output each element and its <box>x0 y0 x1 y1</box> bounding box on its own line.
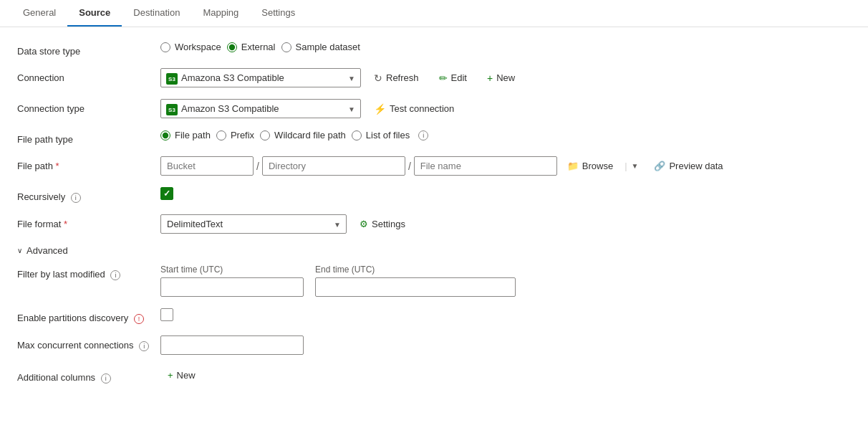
connection-controls: S3 Amazona S3 Compatible ▼ ↻ Refresh ✏ E… <box>160 68 522 87</box>
partitions-info-icon[interactable]: ! <box>134 314 144 324</box>
connection-type-label: Connection type <box>17 99 160 114</box>
connection-type-row: Connection type S3 Amazon S3 Compatible … <box>17 99 842 118</box>
file-path-controls: / / 📁 Browse | ▼ 🔗 Preview data <box>160 156 730 176</box>
preview-label: Preview data <box>669 161 723 171</box>
radio-prefix[interactable]: Prefix <box>216 130 254 141</box>
connection-type-controls: S3 Amazon S3 Compatible ▼ ⚡ Test connect… <box>160 99 461 118</box>
edit-label: Edit <box>451 72 467 83</box>
file-format-controls: DelimitedText ▼ ⚙ Settings <box>160 214 413 234</box>
radio-workspace-input[interactable] <box>160 42 170 52</box>
preview-data-button[interactable]: 🔗 Preview data <box>647 157 730 175</box>
refresh-button[interactable]: ↻ Refresh <box>367 69 426 87</box>
browse-button[interactable]: 📁 Browse <box>560 157 620 175</box>
filter-by-modified-row: Filter by last modified i Start time (UT… <box>17 265 842 297</box>
max-connections-info-icon[interactable]: i <box>139 341 149 351</box>
file-path-required: * <box>56 161 59 171</box>
new-button[interactable]: + New <box>480 69 522 87</box>
recursively-controls <box>160 187 173 200</box>
add-column-label: New <box>177 370 196 381</box>
file-path-label: File path * <box>17 156 160 171</box>
radio-wildcard-label: Wildcard file path <box>274 130 346 141</box>
edit-button[interactable]: ✏ Edit <box>432 69 474 87</box>
time-input-row: Start time (UTC) End time (UTC) <box>160 265 516 297</box>
connection-type-select[interactable]: Amazon S3 Compatible <box>160 99 361 118</box>
connection-row: Connection S3 Amazona S3 Compatible ▼ ↻ … <box>17 68 842 87</box>
partitions-checkbox[interactable] <box>160 308 173 321</box>
advanced-toggle[interactable]: ∨ Advanced <box>17 245 842 256</box>
file-path-type-info-icon[interactable]: i <box>418 130 428 141</box>
recursively-checkbox[interactable] <box>160 187 173 200</box>
test-label: Test connection <box>390 103 454 114</box>
start-time-input[interactable] <box>160 277 304 297</box>
plus-icon: + <box>487 72 493 84</box>
radio-external[interactable]: External <box>227 42 276 52</box>
advanced-section: ∨ Advanced Filter by last modified i Sta… <box>17 245 842 384</box>
file-format-label: File format * <box>17 214 160 229</box>
radio-workspace-label: Workspace <box>175 42 221 52</box>
directory-input[interactable] <box>262 156 405 176</box>
filter-by-modified-label: Filter by last modified i <box>17 265 160 280</box>
data-store-type-row: Data store type Workspace External Sampl… <box>17 42 842 57</box>
radio-wildcard-input[interactable] <box>260 130 270 141</box>
advanced-content: Filter by last modified i Start time (UT… <box>17 265 842 384</box>
filter-info-icon[interactable]: i <box>110 270 120 280</box>
partitions-discovery-controls <box>160 308 173 321</box>
start-time-label: Start time (UTC) <box>160 265 304 275</box>
max-connections-row: Max concurrent connections i <box>17 335 842 355</box>
browse-label: Browse <box>582 161 613 171</box>
tab-settings[interactable]: Settings <box>250 0 307 27</box>
path-separator-1: / <box>256 161 259 172</box>
additional-columns-info-icon[interactable]: i <box>101 373 111 384</box>
radio-sample[interactable]: Sample dataset <box>281 42 360 52</box>
end-time-group: End time (UTC) <box>315 265 516 297</box>
tab-mapping[interactable]: Mapping <box>191 0 250 27</box>
additional-columns-controls: + New <box>160 366 203 384</box>
tab-destination[interactable]: Destination <box>122 0 191 27</box>
radio-wildcard[interactable]: Wildcard file path <box>260 130 346 141</box>
radio-sample-label: Sample dataset <box>296 42 360 52</box>
settings-button[interactable]: ⚙ Settings <box>352 215 413 233</box>
add-column-button[interactable]: + New <box>160 366 203 384</box>
connection-label: Connection <box>17 68 160 83</box>
connection-select[interactable]: Amazona S3 Compatible <box>160 68 361 87</box>
recursively-info-icon[interactable]: i <box>71 193 81 203</box>
file-format-select-wrapper: DelimitedText ▼ <box>160 214 347 234</box>
tab-source[interactable]: Source <box>67 0 122 27</box>
filename-input[interactable] <box>414 156 557 176</box>
recursively-label: Recursively i <box>17 187 160 203</box>
radio-listfiles-input[interactable] <box>352 130 362 141</box>
s3-icon-type: S3 <box>166 103 178 115</box>
bucket-input[interactable] <box>160 156 254 176</box>
additional-columns-row: Additional columns i + New <box>17 366 842 384</box>
file-path-actions: 📁 Browse | ▼ 🔗 Preview data <box>560 157 730 175</box>
file-path-type-label: File path type <box>17 130 160 145</box>
radio-prefix-label: Prefix <box>231 130 254 141</box>
radio-listfiles[interactable]: List of files <box>352 130 410 141</box>
s3-icon-connection: S3 <box>166 72 178 84</box>
file-format-select[interactable]: DelimitedText <box>160 214 347 234</box>
add-column-plus-icon: + <box>168 370 173 381</box>
partitions-discovery-label: Enable partitions discovery ! <box>17 308 160 324</box>
radio-filepath-input[interactable] <box>160 130 170 141</box>
file-path-row: File path * / / 📁 Browse | ▼ 🔗 Preview d… <box>17 156 842 176</box>
radio-sample-input[interactable] <box>281 42 291 52</box>
start-time-group: Start time (UTC) <box>160 265 304 297</box>
new-label: New <box>496 72 515 83</box>
browse-chevron-icon[interactable]: ▼ <box>632 162 639 170</box>
test-icon: ⚡ <box>374 103 386 115</box>
max-connections-input[interactable] <box>160 335 304 355</box>
radio-external-input[interactable] <box>227 42 237 52</box>
edit-icon: ✏ <box>439 72 448 84</box>
radio-prefix-input[interactable] <box>216 130 226 141</box>
additional-columns-label: Additional columns i <box>17 368 160 384</box>
tabs-nav: General Source Destination Mapping Setti… <box>0 0 868 27</box>
file-format-required: * <box>64 219 67 229</box>
file-path-type-row: File path type File path Prefix Wildcard… <box>17 130 842 145</box>
radio-workspace[interactable]: Workspace <box>160 42 221 52</box>
end-time-input[interactable] <box>315 277 516 297</box>
refresh-icon: ↻ <box>374 72 382 84</box>
radio-external-label: External <box>241 42 276 52</box>
radio-filepath[interactable]: File path <box>160 130 211 141</box>
tab-general[interactable]: General <box>11 0 67 27</box>
test-connection-button[interactable]: ⚡ Test connection <box>367 100 461 118</box>
